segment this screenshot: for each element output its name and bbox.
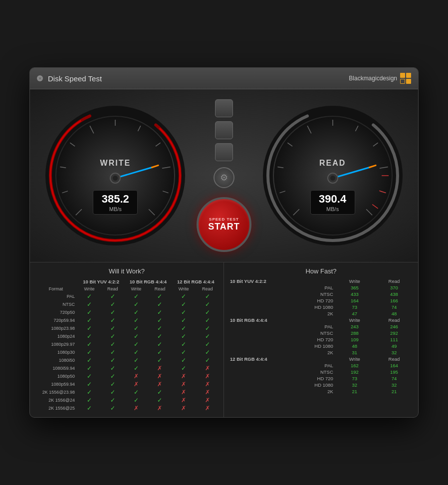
ww-cell: ✓ [124, 308, 148, 316]
check-icon: ✓ [87, 405, 92, 412]
ww-cell: ✓ [196, 316, 220, 324]
ww-cell: ✓ [124, 324, 148, 332]
hf-read-cell: 292 [374, 330, 414, 336]
hf-format-cell: HD 720 [228, 297, 335, 304]
brand-logo: Blackmagicdesign [349, 73, 411, 84]
read-gauge: READ 390.4 MB/s [263, 106, 403, 245]
ww-cell: ✓ [196, 292, 220, 300]
ww-cell: ✗ [172, 404, 196, 412]
ww-cell: ✓ [124, 332, 148, 340]
close-button[interactable]: ✕ [37, 75, 43, 81]
window-title: Disk Speed Test [48, 74, 102, 83]
how-fast-table: 10 Bit YUV 4:2:2WriteReadPAL365370NTSC43… [228, 278, 414, 395]
ww-cell: ✓ [101, 292, 124, 300]
check-icon: ✓ [87, 381, 92, 388]
ww-format: 720p50 [34, 308, 78, 316]
hf-format-cell: NTSC [228, 291, 335, 297]
table-area: Will it Work? 10 Bit YUV 4:2:2 10 Bit RG… [30, 262, 418, 417]
cross-icon: ✗ [205, 405, 210, 412]
hf-format-cell: PAL [228, 323, 335, 330]
check-icon: ✓ [134, 333, 139, 340]
hf-read-cell: 166 [374, 297, 414, 304]
ww-cell: ✓ [78, 340, 101, 348]
ww-cell: ✗ [124, 372, 148, 380]
check-icon: ✓ [134, 349, 139, 356]
cross-icon: ✗ [181, 381, 186, 388]
preset-button-2[interactable] [215, 121, 233, 139]
check-icon: ✓ [87, 309, 92, 316]
hf-read-cell: 74 [374, 304, 414, 310]
cross-icon: ✗ [205, 373, 210, 380]
check-icon: ✓ [87, 325, 92, 332]
cross-icon: ✗ [181, 373, 186, 380]
check-icon: ✓ [134, 357, 139, 364]
ww-cell: ✓ [78, 332, 101, 340]
hf-write-cell: 21 [335, 388, 374, 395]
ww-cell: ✓ [172, 292, 196, 300]
read-gauge-value: 390.4 [318, 193, 348, 206]
app-window: ✕ Disk Speed Test Blackmagicdesign [29, 67, 419, 418]
ww-cell: ✓ [78, 308, 101, 316]
rgb12-header: 12 Bit RGB 4:4:4 [172, 278, 220, 285]
ww-cell: ✓ [172, 356, 196, 364]
ww-row: 720p59.94✓✓✓✓✓✓ [34, 316, 220, 324]
center-controls: ⚙ SPEED TEST START [197, 99, 251, 252]
hf-data-row: NTSC433438 [228, 291, 414, 297]
settings-button[interactable]: ⚙ [214, 167, 234, 188]
check-icon: ✓ [181, 325, 186, 332]
start-button[interactable]: SPEED TEST START [197, 197, 251, 252]
hf-group-row: 10 Bit YUV 4:2:2WriteRead [228, 278, 414, 284]
ww-cell: ✗ [196, 364, 220, 372]
ww-row: 1080p59.94✓✓✗✗✗✗ [34, 380, 220, 388]
check-icon: ✓ [134, 301, 139, 308]
hf-write-cell: 288 [335, 330, 374, 336]
check-icon: ✓ [110, 365, 115, 372]
ww-cell: ✓ [124, 348, 148, 356]
ww-row: 2K 1556@25✓✓✗✗✗✗ [34, 404, 220, 412]
hf-write-cell: 109 [335, 336, 374, 343]
cross-icon: ✗ [181, 405, 186, 412]
check-icon: ✓ [205, 341, 210, 348]
check-icon: ✓ [110, 341, 115, 348]
cross-icon: ✗ [157, 405, 162, 412]
ww-cell: ✓ [78, 404, 101, 412]
ww-cell: ✓ [148, 316, 172, 324]
hf-read-header: Read [374, 317, 414, 323]
hf-read-header: Read [374, 278, 414, 284]
rgb12-read-h: Read [196, 285, 220, 292]
ww-cell: ✓ [124, 364, 148, 372]
hf-write-cell: 32 [335, 382, 374, 388]
ww-cell: ✓ [101, 348, 124, 356]
ww-row: NTSC✓✓✓✓✓✓ [34, 300, 220, 308]
hf-write-cell: 47 [335, 310, 374, 317]
ww-cell: ✓ [78, 396, 101, 404]
preset-button-1[interactable] [215, 99, 233, 117]
preset-button-3[interactable] [215, 143, 233, 161]
ww-format: 1080i50 [34, 356, 78, 364]
ww-cell: ✓ [172, 364, 196, 372]
write-gauge-unit: MB/s [100, 206, 130, 212]
check-icon: ✓ [157, 317, 162, 324]
check-icon: ✓ [134, 365, 139, 372]
check-icon: ✓ [134, 397, 139, 404]
ww-cell: ✓ [78, 348, 101, 356]
ww-format: NTSC [34, 300, 78, 308]
ww-cell: ✓ [172, 300, 196, 308]
check-icon: ✓ [110, 389, 115, 396]
ww-cell: ✓ [124, 388, 148, 396]
check-icon: ✓ [181, 341, 186, 348]
hf-data-row: NTSC192195 [228, 369, 414, 375]
check-icon: ✓ [181, 333, 186, 340]
ww-row: 2K 1556@23.98✓✓✓✓✗✗ [34, 388, 220, 396]
check-icon: ✓ [110, 381, 115, 388]
check-icon: ✓ [110, 293, 115, 300]
ww-row: 1080i50✓✓✓✓✓✓ [34, 356, 220, 364]
check-icon: ✓ [87, 357, 92, 364]
check-icon: ✓ [181, 301, 186, 308]
check-icon: ✓ [181, 357, 186, 364]
check-icon: ✓ [181, 309, 186, 316]
check-icon: ✓ [181, 365, 186, 372]
ww-cell: ✓ [172, 340, 196, 348]
check-icon: ✓ [110, 333, 115, 340]
check-icon: ✓ [87, 373, 92, 380]
